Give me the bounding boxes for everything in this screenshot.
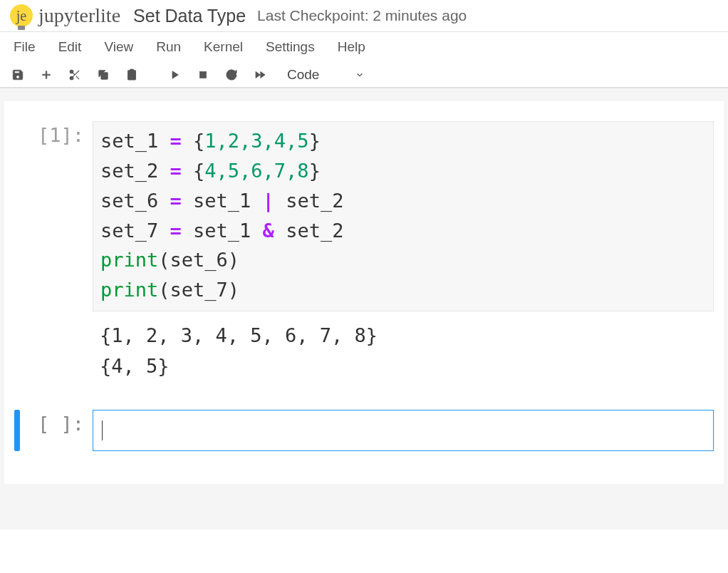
- svg-point-1: [70, 76, 73, 80]
- notebook: [1]: set_1 = {1,2,3,4,5} set_2 = {4,5,6,…: [4, 101, 724, 484]
- last-checkpoint: Last Checkpoint: 2 minutes ago: [257, 7, 467, 24]
- copy-icon[interactable]: [96, 68, 110, 82]
- menubar: File Edit View Run Kernel Settings Help: [0, 32, 728, 63]
- logo-text: jupyterlite: [38, 4, 120, 27]
- header: je jupyterlite Set Data Type Last Checkp…: [0, 0, 728, 32]
- svg-rect-5: [200, 72, 207, 78]
- restart-icon[interactable]: [224, 68, 239, 82]
- code-cell[interactable]: [1]: set_1 = {1,2,3,4,5} set_2 = {4,5,6,…: [14, 121, 714, 381]
- cell-type-selector[interactable]: Code: [281, 67, 365, 83]
- document-title[interactable]: Set Data Type: [133, 6, 246, 26]
- menu-edit[interactable]: Edit: [56, 35, 85, 59]
- menu-file[interactable]: File: [11, 35, 38, 59]
- stop-icon[interactable]: [196, 68, 210, 82]
- menu-kernel[interactable]: Kernel: [201, 35, 246, 59]
- notebook-area: [1]: set_1 = {1,2,3,4,5} set_2 = {4,5,6,…: [0, 88, 728, 530]
- run-all-icon[interactable]: [253, 68, 267, 82]
- cut-icon[interactable]: [68, 68, 82, 82]
- text-cursor: [102, 420, 103, 440]
- menu-settings[interactable]: Settings: [263, 35, 318, 59]
- logo-glyph: je: [16, 9, 26, 23]
- paste-icon[interactable]: [125, 68, 139, 82]
- svg-point-0: [70, 70, 73, 73]
- cell-prompt: [1]:: [24, 121, 93, 381]
- menu-help[interactable]: Help: [335, 35, 368, 59]
- save-icon[interactable]: [11, 68, 25, 82]
- cell-body: [93, 410, 714, 451]
- cell-body: set_1 = {1,2,3,4,5} set_2 = {4,5,6,7,8} …: [93, 121, 714, 381]
- svg-rect-4: [130, 70, 134, 72]
- cell-collapse-bar[interactable]: [14, 410, 20, 451]
- run-icon[interactable]: [167, 68, 182, 82]
- cell-type-label: Code: [287, 67, 319, 83]
- menu-run[interactable]: Run: [153, 35, 184, 59]
- jupyterlite-logo: je: [10, 4, 33, 27]
- menu-view[interactable]: View: [101, 35, 136, 59]
- code-editor[interactable]: set_1 = {1,2,3,4,5} set_2 = {4,5,6,7,8} …: [93, 121, 714, 311]
- toolbar: Code: [0, 63, 728, 88]
- add-cell-icon[interactable]: [39, 68, 53, 82]
- code-editor-active[interactable]: [93, 410, 714, 451]
- cell-collapse-bar[interactable]: [14, 121, 20, 381]
- cell-prompt: [ ]:: [24, 410, 93, 451]
- cell-output: {1, 2, 3, 4, 5, 6, 7, 8} {4, 5}: [93, 311, 714, 381]
- chevron-down-icon: [355, 70, 365, 80]
- code-cell-active[interactable]: [ ]:: [14, 410, 714, 451]
